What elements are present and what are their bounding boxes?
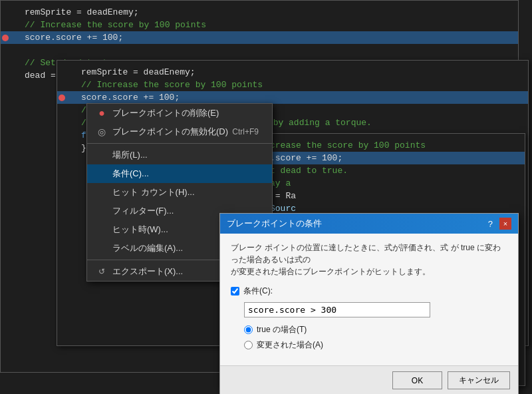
cancel-button[interactable]: キャンセル xyxy=(448,371,510,389)
dialog-help-button[interactable]: ? xyxy=(488,219,493,229)
code-line-highlighted: score.score += 100; xyxy=(57,91,528,104)
dialog-footer: OK キャンセル xyxy=(220,365,518,394)
menu-item-delete-bp[interactable]: ● ブレークポイントの削除(E) xyxy=(87,104,272,122)
menu-separator xyxy=(87,143,272,144)
menu-item-label: ヒット カウント(H)... xyxy=(112,186,195,198)
menu-item-disable-bp[interactable]: ◎ ブレークポイントの無効化(D) Ctrl+F9 xyxy=(87,122,272,141)
radio-changed[interactable] xyxy=(244,341,253,349)
menu-item-condition[interactable]: 条件(C)... xyxy=(87,164,272,183)
menu-item-label: ブレークポイントの削除(E) xyxy=(112,107,219,119)
export-icon: ↺ xyxy=(95,266,108,277)
condition-input[interactable] xyxy=(244,302,430,317)
ok-button[interactable]: OK xyxy=(392,371,442,389)
breakpoint-condition-dialog: ブレークポイントの条件 ? × ブレーク ポイントの位置に達したときに、式が評価… xyxy=(219,213,519,394)
dialog-title-text: ブレークポイントの条件 xyxy=(227,218,322,230)
menu-item-hit-count[interactable]: ヒット カウント(H)... xyxy=(87,183,272,202)
dialog-body: ブレーク ポイントの位置に達したときに、式が評価され、式 が true に変わっ… xyxy=(220,234,518,365)
condition-input-row xyxy=(244,302,507,317)
breakpoint-dot xyxy=(59,95,65,101)
menu-item-label: ヒット時(W)... xyxy=(112,224,168,236)
code-line: // Increase the score by 100 points xyxy=(1,19,518,31)
radio-row-changed: 変更された場合(A) xyxy=(244,339,507,351)
menu-item-label: ラベルの編集(A)... xyxy=(112,242,183,254)
dialog-description: ブレーク ポイントの位置に達したときに、式が評価され、式 が true に変わっ… xyxy=(231,242,507,278)
dialog-title-bar: ブレークポイントの条件 ? × xyxy=(220,214,518,234)
radio-group: true の場合(T) 変更された場合(A) xyxy=(244,324,507,351)
code-line: remSprite = deadEnemy; xyxy=(1,6,518,19)
radio-changed-label: 変更された場合(A) xyxy=(257,339,323,351)
menu-item-label: フィルター(F)... xyxy=(112,205,174,217)
circle-icon: ◎ xyxy=(95,126,108,137)
menu-item-label: 条件(C)... xyxy=(112,168,149,180)
bullet-icon: ● xyxy=(95,108,108,118)
menu-item-label: ブレークポイントの無効化(D) xyxy=(112,126,228,138)
shortcut-label: Ctrl+F9 xyxy=(232,127,259,136)
menu-item-label: 場所(L)... xyxy=(112,149,148,161)
menu-item-label: エクスポート(X)... xyxy=(112,266,183,278)
condition-checkbox[interactable] xyxy=(231,287,239,296)
breakpoint-dot xyxy=(2,35,9,41)
radio-true-label: true の場合(T) xyxy=(257,324,307,335)
condition-checkbox-label: 条件(C): xyxy=(243,286,273,297)
code-line: // Increase the score by 100 points xyxy=(57,79,528,91)
code-line-highlighted: score.score += 100; xyxy=(1,31,518,44)
condition-checkbox-row: 条件(C): xyxy=(231,286,507,297)
dialog-close-button[interactable]: × xyxy=(499,218,511,230)
code-line xyxy=(1,44,518,57)
radio-row-true: true の場合(T) xyxy=(244,324,507,335)
radio-true[interactable] xyxy=(244,325,253,334)
code-line: remSprite = deadEnemy; xyxy=(57,66,528,79)
menu-item-location[interactable]: 場所(L)... xyxy=(87,146,272,164)
